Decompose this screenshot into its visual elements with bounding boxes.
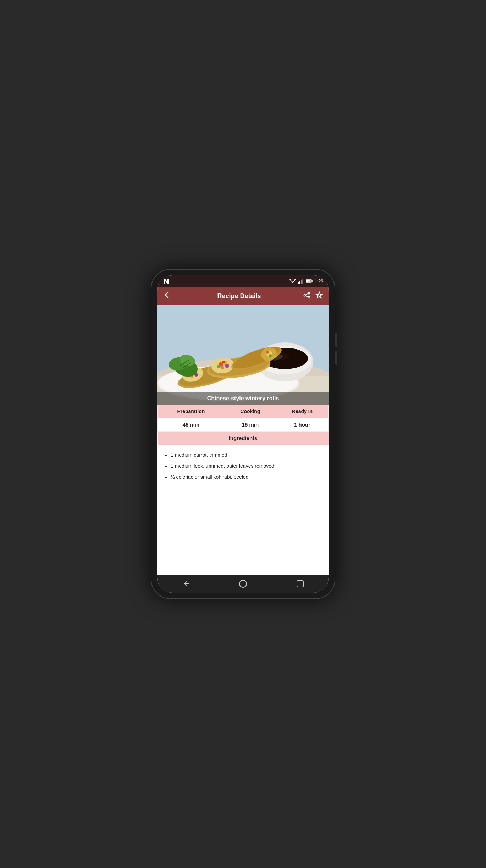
ingredients-title: Ingredients [158, 432, 329, 445]
content-area: Chinese-style wintery rolls Preparation … [157, 305, 329, 575]
svg-point-10 [308, 296, 310, 298]
ingredients-section: 1 medium carrot, trimmed 1 medium leek, … [157, 445, 329, 488]
app-bar: Recipe Details [157, 287, 329, 305]
back-nav-button[interactable] [179, 577, 193, 591]
notification-icon [163, 278, 169, 284]
svg-rect-6 [312, 280, 313, 282]
wifi-icon [289, 279, 296, 284]
favorite-button[interactable] [315, 291, 323, 301]
svg-point-36 [217, 365, 221, 368]
svg-point-44 [266, 351, 269, 354]
preparation-value: 45 min [158, 418, 225, 432]
svg-point-37 [225, 364, 229, 368]
status-time: 1:26 [315, 279, 323, 284]
svg-point-11 [304, 294, 306, 296]
svg-point-9 [308, 292, 310, 294]
svg-rect-4 [302, 279, 303, 284]
ingredients-header-row: Ingredients [158, 432, 329, 445]
preparation-header: Preparation [158, 405, 225, 418]
status-bar: ⚡ 1:26 [157, 275, 329, 287]
battery-icon: ⚡ [306, 279, 313, 283]
volume-button-1 [335, 333, 337, 347]
signal-icon [298, 279, 304, 284]
ingredient-item: 1 medium leek, trimmed, outer leaves rem… [164, 461, 322, 472]
recipe-image: Chinese-style wintery rolls [157, 305, 329, 405]
back-button[interactable] [163, 291, 171, 301]
svg-rect-1 [298, 282, 299, 284]
volume-button-2 [335, 351, 337, 365]
home-nav-button[interactable] [236, 577, 250, 591]
svg-point-38 [221, 366, 224, 369]
recents-nav-button[interactable] [293, 577, 307, 591]
share-button[interactable] [303, 292, 310, 301]
cooking-header: Cooking [225, 405, 276, 418]
phone-screen: ⚡ 1:26 Recipe Details [157, 275, 329, 593]
ready-in-value: 1 hour [276, 418, 328, 432]
timing-value-row: 45 min 15 min 1 hour [158, 418, 329, 432]
ingredient-item: 1 medium carrot, trimmed [164, 450, 322, 461]
ready-in-header: Ready In [276, 405, 328, 418]
recipe-title: Chinese-style wintery rolls [157, 392, 329, 405]
svg-text:⚡: ⚡ [307, 280, 310, 283]
svg-line-12 [305, 293, 308, 295]
timing-header-row: Preparation Cooking Ready In [158, 405, 329, 418]
svg-point-45 [269, 354, 272, 357]
svg-line-13 [305, 296, 308, 297]
phone-frame: ⚡ 1:26 Recipe Details [151, 269, 335, 599]
svg-rect-3 [301, 280, 302, 284]
svg-rect-2 [299, 281, 300, 284]
svg-point-50 [239, 580, 247, 587]
timing-table: Preparation Cooking Ready In 45 min 15 m… [157, 405, 329, 445]
svg-point-39 [222, 361, 225, 363]
ingredients-list: 1 medium carrot, trimmed 1 medium leek, … [164, 450, 322, 483]
app-bar-title: Recipe Details [175, 292, 303, 300]
ingredient-item: ½ celeriac or small kohlrabi, peeled [164, 472, 322, 483]
status-left [163, 278, 169, 284]
cooking-value: 15 min [225, 418, 276, 432]
app-bar-actions [303, 291, 323, 301]
food-illustration [157, 305, 329, 405]
svg-rect-51 [297, 581, 303, 587]
status-right: ⚡ 1:26 [289, 279, 323, 284]
nav-bar [157, 575, 329, 593]
